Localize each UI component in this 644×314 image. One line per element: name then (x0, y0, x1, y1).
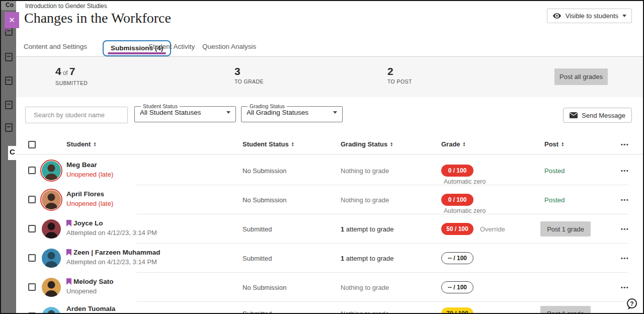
chevron-down-icon (226, 111, 230, 114)
student-name[interactable]: Zeen | Farzeen Muhammad (73, 249, 160, 256)
student-name[interactable]: Joyce Lo (73, 219, 103, 227)
grade-pill[interactable]: -- / 100 (441, 252, 473, 264)
sort-icon: ▲▼ (463, 142, 466, 146)
help-button[interactable]: ? (626, 298, 638, 310)
student-status-cell: No Submission (243, 196, 286, 204)
grade-pill[interactable]: -- / 100 (441, 281, 473, 293)
column-header-grade[interactable]: Grade ▲▼ (441, 140, 466, 148)
close-panel-button[interactable]: ✕ (5, 12, 19, 28)
code-icon (5, 53, 13, 61)
student-name[interactable]: Melody Sato (73, 278, 114, 285)
student-subtext: Unopened (66, 287, 114, 295)
column-header-grade-label: Grade (441, 140, 460, 148)
breadcrumb: Introduction to Gender Studies (25, 3, 107, 10)
chevron-down-icon (333, 111, 337, 114)
tab-student-activity[interactable]: Student Activity (148, 43, 195, 50)
table-row: Meg Bear Unopened (late) No Submission N… (16, 156, 643, 185)
grading-status-filter-value: All Grading Statuses (247, 109, 308, 116)
post-grade-button[interactable]: Post 1 grade (540, 221, 591, 237)
post-status: Posted (544, 196, 565, 204)
avatar (40, 189, 62, 211)
tab-bar: Content and Settings Submissions (4) Stu… (16, 39, 643, 57)
active-tab-underline (108, 52, 166, 54)
stat-submitted: 4of7 SUBMITTED (55, 66, 88, 86)
grading-status-cell: Nothing to grade (341, 310, 389, 314)
row-menu-icon[interactable]: ••• (621, 197, 629, 203)
student-status-cell: Submitted (243, 255, 272, 262)
column-header-student-label: Student (66, 140, 91, 148)
visibility-label: Visible to students (566, 12, 618, 20)
student-status-filter[interactable]: Student Status All Student Statuses (134, 103, 236, 122)
grade-pill[interactable]: 70 / 100 (441, 307, 473, 314)
student-subtext: Attempted on 4/12/23, 3:14 PM (66, 258, 160, 266)
page-title: Changes in the Workforce (24, 10, 171, 26)
grading-status-cell: 1 attempt to grade (341, 255, 394, 262)
accommodation-flag-icon (66, 220, 71, 226)
stat-to-grade-value: 3 (234, 66, 264, 77)
column-header-post[interactable]: Post ▲▼ (544, 140, 564, 148)
row-checkbox[interactable] (28, 196, 36, 203)
grading-status-cell: 1 attempt to grade (341, 225, 394, 233)
row-menu-icon[interactable]: ••• (621, 168, 629, 174)
envelope-icon (570, 112, 578, 118)
avatar (40, 305, 62, 314)
table-row: Zeen | Farzeen Muhammad Attempted on 4/1… (16, 244, 643, 273)
send-message-button[interactable]: Send Message (563, 108, 632, 123)
sidebar-cropped-text-top: Co (6, 2, 14, 9)
student-name[interactable]: Meg Bear (66, 161, 97, 169)
row-checkbox[interactable] (28, 283, 36, 291)
row-menu-icon[interactable]: ••• (621, 310, 629, 314)
avatar (40, 276, 62, 298)
grading-status-cell: Nothing to grade (341, 196, 389, 204)
stat-submitted-of: of (63, 69, 68, 76)
grading-status-cell: Nothing to grade (341, 284, 389, 291)
sort-icon: ▲▼ (390, 142, 393, 146)
student-subtext: Attempted on 4/12/23, 3:14 PM (66, 229, 157, 237)
table-menu-icon[interactable]: ••• (621, 141, 629, 147)
send-message-label: Send Message (582, 112, 625, 119)
visibility-dropdown[interactable]: Visible to students (547, 9, 632, 23)
attempt-text: attempt to grade (346, 255, 394, 262)
row-menu-icon[interactable]: ••• (621, 284, 629, 290)
tab-content-and-settings[interactable]: Content and Settings (24, 43, 87, 50)
row-checkbox[interactable] (28, 167, 36, 174)
sort-icon: ▲▼ (291, 142, 294, 146)
student-name[interactable]: Arden Tuomala (66, 305, 115, 312)
assessment-panel: Co C ✕ Introduction to Gender Studies Ch… (0, 0, 644, 314)
post-grade-button[interactable]: Post 1 grade (540, 306, 591, 314)
avatar (40, 160, 62, 182)
grading-status-filter[interactable]: Grading Status All Grading Statuses (241, 103, 343, 122)
row-menu-icon[interactable]: ••• (621, 255, 629, 261)
column-header-student[interactable]: Student ▲▼ (66, 140, 96, 148)
sidebar-cropped-text-mid: C (10, 147, 15, 156)
stat-to-post: 2 TO POST (387, 66, 412, 85)
attempt-count: 1 (341, 255, 344, 262)
attempt-text: attempt to grade (346, 225, 394, 233)
stat-submitted-label: SUBMITTED (55, 80, 88, 86)
grade-pill[interactable]: 0 / 100 (441, 194, 473, 206)
table-row: April Flores Unopened (late) No Submissi… (16, 185, 643, 214)
select-all-checkbox[interactable] (28, 141, 36, 148)
grade-pill[interactable]: 0 / 100 (441, 165, 473, 177)
column-header-grading-status[interactable]: Grading Status ▲▼ (341, 140, 393, 148)
stat-submitted-value: 4 (55, 65, 61, 77)
student-status-filter-value: All Student Statuses (140, 109, 201, 116)
student-name[interactable]: April Flores (66, 190, 104, 198)
post-status: Posted (544, 167, 565, 175)
svg-text:?: ? (630, 300, 633, 307)
avatar (40, 247, 62, 269)
tab-question-analysis[interactable]: Question Analysis (202, 43, 256, 50)
avatar (40, 218, 62, 240)
column-header-grading-status-label: Grading Status (341, 140, 387, 148)
student-subtext: Unopened (late) (66, 200, 113, 207)
grade-pill[interactable]: 50 / 100 (441, 223, 473, 235)
row-menu-icon[interactable]: ••• (621, 226, 629, 232)
student-status-cell: Submitted (243, 310, 272, 314)
row-checkbox[interactable] (28, 254, 36, 262)
sort-icon: ▲▼ (93, 142, 96, 146)
post-all-grades-button[interactable]: Post all grades (554, 68, 608, 85)
column-header-student-status[interactable]: Student Status ▲▼ (243, 140, 294, 148)
search-input[interactable] (33, 111, 123, 119)
close-button-tail (5, 28, 9, 32)
row-checkbox[interactable] (28, 225, 36, 232)
